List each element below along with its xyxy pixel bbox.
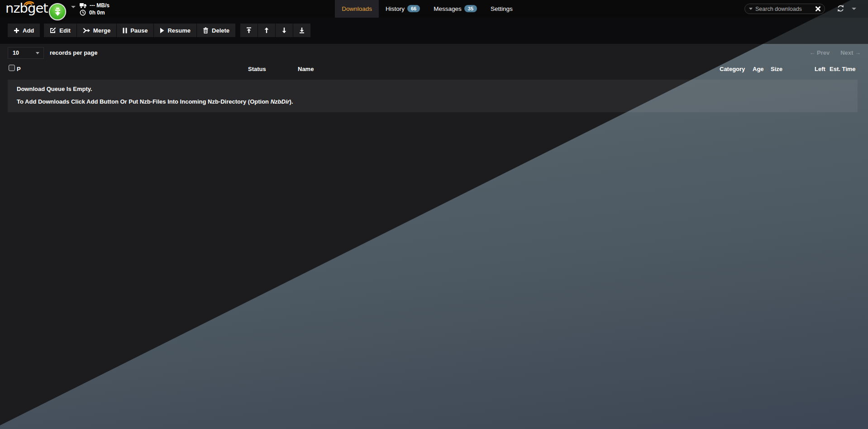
edit-button-label: Edit	[59, 27, 71, 34]
arrow-to-bottom-icon	[299, 27, 305, 33]
add-button[interactable]: Add	[8, 24, 40, 37]
resume-button[interactable]: Resume	[154, 24, 196, 37]
messages-count-badge: 35	[464, 5, 477, 12]
tab-history[interactable]: History66	[379, 0, 427, 18]
pause-button[interactable]: Pause	[117, 24, 153, 37]
add-button-label: Add	[23, 27, 34, 34]
tab-settings[interactable]: Settings	[484, 0, 520, 18]
arrow-to-top-icon	[246, 27, 252, 33]
search-clear-icon[interactable]	[816, 6, 820, 11]
empty-queue-title: Download Queue Is Empty.	[17, 86, 849, 92]
records-per-page-label: records per page	[50, 49, 98, 56]
move-up-button[interactable]	[258, 24, 275, 37]
main-tabs: Downloads History66 Messages35 Settings	[0, 0, 854, 18]
column-category: Category	[720, 66, 745, 72]
search-box[interactable]	[744, 4, 825, 14]
tab-settings-label: Settings	[491, 5, 513, 12]
queue-toolbar: Add Edit Merge	[0, 18, 868, 44]
trash-icon	[203, 27, 209, 33]
pause-icon	[123, 28, 127, 33]
download-icon	[54, 7, 62, 17]
resume-button-label: Resume	[167, 27, 191, 34]
search-filter-caret-icon[interactable]	[749, 8, 753, 10]
prev-page-link[interactable]: ← Prev	[809, 49, 830, 56]
merge-icon	[83, 28, 90, 33]
column-status: Status	[248, 66, 266, 72]
column-age: Age	[753, 66, 764, 72]
arrow-down-icon	[281, 27, 287, 33]
hint-option-name: NzbDir	[271, 98, 290, 105]
edit-button[interactable]: Edit	[44, 24, 76, 37]
edit-icon	[50, 27, 56, 33]
hint-text-suffix: ).	[290, 98, 293, 105]
queue-table-header: P Status Name Category Age Size Left Est…	[8, 62, 858, 80]
column-priority: P	[17, 66, 21, 72]
delete-button-label: Delete	[212, 27, 229, 34]
play-icon	[160, 28, 164, 33]
move-bottom-button[interactable]	[293, 24, 310, 37]
next-page-link[interactable]: Next →	[840, 49, 861, 56]
tab-downloads[interactable]: Downloads	[335, 0, 379, 18]
column-left: Left	[815, 66, 825, 72]
hint-text-prefix: To Add Downloads Click Add Button Or Put…	[17, 98, 271, 105]
merge-button-label: Merge	[93, 27, 110, 34]
empty-queue-message: Download Queue Is Empty. To Add Download…	[8, 80, 858, 112]
refresh-icon[interactable]	[837, 5, 844, 12]
page-size-select[interactable]: 10	[8, 47, 44, 59]
tab-history-label: History	[386, 5, 405, 12]
page-size-caret-icon	[36, 52, 39, 54]
column-size: Size	[771, 66, 782, 72]
arrow-up-icon	[264, 27, 269, 33]
page-size-value: 10	[13, 50, 19, 56]
column-est-time: Est. Time	[830, 66, 856, 72]
tab-downloads-label: Downloads	[342, 5, 372, 12]
tab-messages[interactable]: Messages35	[427, 0, 484, 18]
pause-button-label: Pause	[130, 27, 148, 34]
search-input[interactable]	[753, 6, 816, 12]
pager: ← Prev Next →	[809, 49, 861, 56]
history-count-badge: 66	[407, 5, 420, 12]
move-down-button[interactable]	[276, 24, 293, 37]
column-name: Name	[298, 66, 314, 72]
empty-queue-hint: To Add Downloads Click Add Button Or Put…	[17, 98, 849, 105]
select-all-checkbox[interactable]	[9, 65, 15, 71]
move-top-button[interactable]	[240, 24, 258, 37]
plus-icon	[14, 28, 19, 33]
pagination-row: 10 records per page ← Prev Next →	[0, 44, 868, 62]
play-pause-download-button[interactable]	[49, 3, 66, 20]
merge-button[interactable]: Merge	[77, 24, 116, 37]
delete-button[interactable]: Delete	[197, 24, 235, 37]
navbar: nzbget --- MB/s	[0, 0, 868, 18]
navbar-menu-caret-icon[interactable]	[852, 8, 856, 10]
tab-messages-label: Messages	[434, 5, 462, 12]
